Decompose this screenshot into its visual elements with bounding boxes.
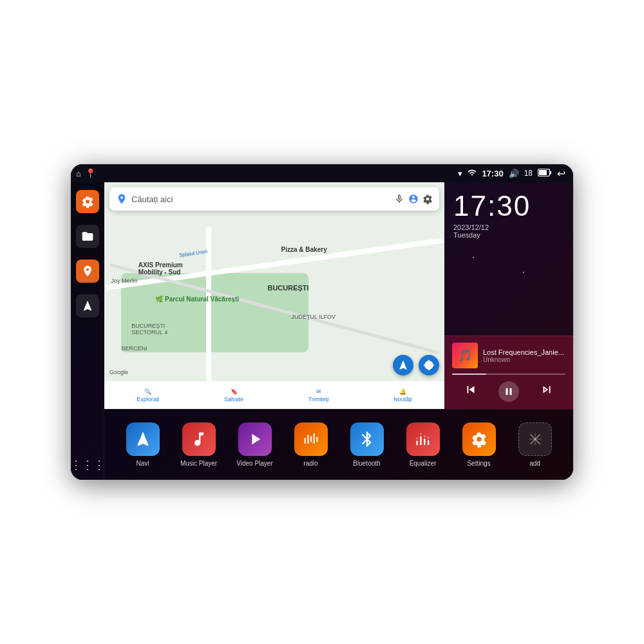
album-art: 🎵	[452, 343, 478, 368]
app-equalizer[interactable]: Equalizer	[404, 422, 442, 467]
music-artist: Unknown	[483, 356, 565, 363]
signal-icon	[468, 168, 477, 179]
navi-label: Navi	[136, 460, 149, 467]
status-time: 17:30	[482, 169, 503, 178]
app-navi[interactable]: Navi	[124, 422, 162, 467]
svg-rect-9	[416, 438, 417, 439]
music-track-info: Lost Frequencies_Janie... Unknown	[483, 348, 565, 363]
map-label-joymerlin: Joy Merlin	[111, 278, 138, 284]
settings-label: Settings	[467, 460, 490, 467]
svg-rect-13	[424, 435, 425, 437]
content-area: AXIS PremiumMobility - Sud Pizza & Baker…	[104, 182, 573, 480]
mic-icon[interactable]	[394, 194, 404, 204]
clock-widget: 17:30 2023/12/12 Tuesday	[444, 182, 573, 336]
sidebar-settings-button[interactable]	[76, 190, 99, 213]
svg-rect-2	[550, 171, 551, 174]
svg-rect-12	[424, 439, 425, 446]
music-title: Lost Frequencies_Janie...	[483, 348, 565, 356]
sidebar-files-button[interactable]	[76, 225, 99, 248]
map-shortcut-icon[interactable]: 📍	[85, 168, 96, 178]
account-icon[interactable]	[408, 194, 419, 204]
map-navigate-button[interactable]	[393, 355, 413, 375]
add-label: add	[529, 460, 540, 467]
music-info: 🎵 Lost Frequencies_Janie... Unknown	[452, 343, 565, 368]
map-label-pizza: Pizza & Bakery	[281, 246, 327, 253]
svg-rect-11	[420, 433, 421, 435]
bluetooth-icon	[350, 422, 384, 456]
app-music-player[interactable]: Music Player	[180, 422, 218, 467]
map-label-bucuresti: BUCUREȘTI	[267, 284, 308, 292]
svg-rect-4	[307, 435, 308, 444]
svg-rect-7	[316, 437, 317, 442]
map-nav-saved[interactable]: 🔖 Salvate	[224, 388, 243, 402]
app-settings[interactable]: Settings	[460, 422, 498, 467]
map-label-park: 🌿 Parcul Natural Văcărești	[155, 296, 239, 303]
prev-button[interactable]	[461, 380, 480, 402]
map-nav-news[interactable]: 🔔 Noutăți	[393, 388, 412, 402]
map-label-berceni: BERCENI	[121, 345, 147, 352]
map-label-sector4: BUCUREȘTISECTORUL 4	[131, 323, 167, 336]
svg-rect-3	[304, 438, 305, 444]
svg-rect-10	[420, 436, 421, 445]
video-player-label: Video Player	[236, 460, 273, 467]
svg-rect-15	[428, 437, 429, 439]
equalizer-icon	[406, 422, 440, 456]
bluetooth-label: Bluetooth	[353, 460, 380, 467]
radio-label: radio	[303, 460, 317, 467]
map-locate-button[interactable]	[419, 355, 439, 375]
sidebar-maps-button[interactable]	[76, 260, 99, 283]
home-icon[interactable]: ⌂	[76, 169, 81, 178]
right-panel: 17:30 2023/12/12 Tuesday 🎵 Lost Frequenc…	[444, 182, 573, 409]
app-video-player[interactable]: Video Player	[236, 422, 274, 467]
clock-time: 17:30	[453, 190, 564, 222]
svg-rect-8	[416, 440, 417, 445]
app-bluetooth[interactable]: Bluetooth	[348, 422, 386, 467]
next-button[interactable]	[537, 380, 556, 402]
main-screen: ⋮⋮⋮ A	[71, 182, 573, 480]
equalizer-label: Equalizer	[410, 460, 437, 467]
app-radio[interactable]: radio	[292, 422, 330, 467]
map-nav-send[interactable]: ✉ Trimiteți	[308, 388, 329, 402]
top-area: AXIS PremiumMobility - Sud Pizza & Baker…	[104, 182, 573, 409]
music-player-label: Music Player	[180, 460, 217, 467]
video-player-icon	[238, 422, 272, 456]
map-background: AXIS PremiumMobility - Sud Pizza & Baker…	[104, 182, 444, 409]
sidebar: ⋮⋮⋮	[71, 182, 104, 480]
pause-button[interactable]	[498, 381, 519, 402]
add-icon	[518, 422, 552, 456]
music-widget: 🎵 Lost Frequencies_Janie... Unknown	[444, 336, 573, 409]
settings-map-icon[interactable]	[422, 194, 433, 204]
svg-rect-5	[310, 436, 311, 442]
music-controls	[452, 380, 565, 402]
navi-icon	[126, 422, 160, 456]
map-label-ilfov: JUDEȚUL ILFOV	[291, 314, 336, 320]
back-icon[interactable]: ↩	[557, 167, 565, 180]
clock-date: 2023/12/12 Tuesday	[453, 223, 564, 239]
google-branding: Google	[109, 369, 128, 375]
music-player-icon	[182, 422, 216, 456]
wifi-icon: ▾	[458, 169, 462, 178]
music-progress-bar	[452, 374, 565, 375]
radio-icon	[294, 422, 328, 456]
sidebar-apps-button[interactable]: ⋮⋮⋮	[71, 458, 105, 472]
status-bar-left: ⌂ 📍	[76, 168, 96, 178]
map-panel[interactable]: AXIS PremiumMobility - Sud Pizza & Baker…	[104, 182, 444, 409]
battery-level: 18	[524, 169, 533, 178]
map-search-bar[interactable]: Căutați aici	[109, 187, 439, 211]
car-head-unit: ⌂ 📍 ▾ 17:30 🔊 18 ↩	[71, 164, 573, 480]
app-grid: Navi Music Player Video Player	[104, 409, 573, 480]
map-search-input[interactable]: Căutați aici	[131, 194, 390, 204]
app-add[interactable]: add	[516, 422, 554, 467]
svg-rect-14	[428, 440, 429, 445]
volume-icon: 🔊	[509, 169, 519, 178]
map-bottom-nav: 🔍 Explorați 🔖 Salvate ✉ Trimiteți 🔔	[104, 381, 444, 409]
svg-rect-1	[539, 170, 547, 175]
settings-icon	[462, 422, 496, 456]
map-label-axis: AXIS PremiumMobility - Sud	[138, 261, 183, 276]
map-nav-explore[interactable]: 🔍 Explorați	[137, 388, 159, 402]
status-bar: ⌂ 📍 ▾ 17:30 🔊 18 ↩	[71, 164, 573, 182]
sidebar-navigate-button[interactable]	[76, 294, 99, 317]
svg-rect-6	[313, 433, 314, 444]
battery-icon	[538, 169, 552, 178]
